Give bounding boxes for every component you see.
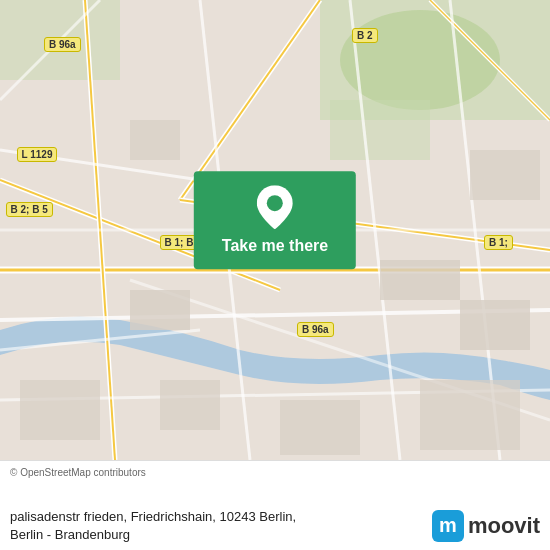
- svg-rect-32: [160, 380, 220, 430]
- address-text: palisadenstr frieden, Friedrichshain, 10…: [10, 508, 432, 544]
- location-pin-icon: [257, 185, 293, 229]
- map-attribution: © OpenStreetMap contributors: [10, 467, 540, 478]
- road-label-b2b5: B 2; B 5: [6, 202, 53, 217]
- road-label-b96a-bottom: B 96a: [297, 322, 334, 337]
- road-label-b2: B 2: [352, 28, 378, 43]
- take-me-there-label: Take me there: [222, 237, 328, 255]
- moovit-logo-icon: m: [432, 510, 464, 542]
- svg-point-3: [340, 10, 500, 110]
- address-line1: palisadenstr frieden, Friedrichshain, 10…: [10, 509, 296, 524]
- road-label-b1b5-far: B 1;: [484, 235, 513, 250]
- svg-rect-33: [280, 400, 360, 455]
- footer-bottom: palisadenstr frieden, Friedrichshain, 10…: [10, 508, 540, 544]
- svg-rect-31: [20, 380, 100, 440]
- moovit-logo: m moovit: [432, 510, 540, 542]
- take-me-there-button[interactable]: Take me there: [194, 171, 356, 269]
- svg-rect-29: [380, 260, 460, 300]
- svg-rect-27: [130, 290, 190, 330]
- svg-rect-36: [470, 150, 540, 200]
- road-label-b96a-top: B 96a: [44, 37, 81, 52]
- footer: © OpenStreetMap contributors palisadenst…: [0, 460, 550, 550]
- map-container: B 96a B 2 L 1129 B 2; B 5 B 1; B 5 B 1; …: [0, 0, 550, 460]
- address-line2: Berlin - Brandenburg: [10, 527, 130, 542]
- svg-rect-4: [330, 100, 430, 160]
- svg-point-37: [267, 195, 283, 211]
- svg-rect-30: [460, 300, 530, 350]
- road-label-l1129: L 1129: [17, 147, 58, 162]
- svg-rect-35: [130, 120, 180, 160]
- svg-rect-34: [420, 380, 520, 450]
- moovit-logo-text: moovit: [468, 513, 540, 539]
